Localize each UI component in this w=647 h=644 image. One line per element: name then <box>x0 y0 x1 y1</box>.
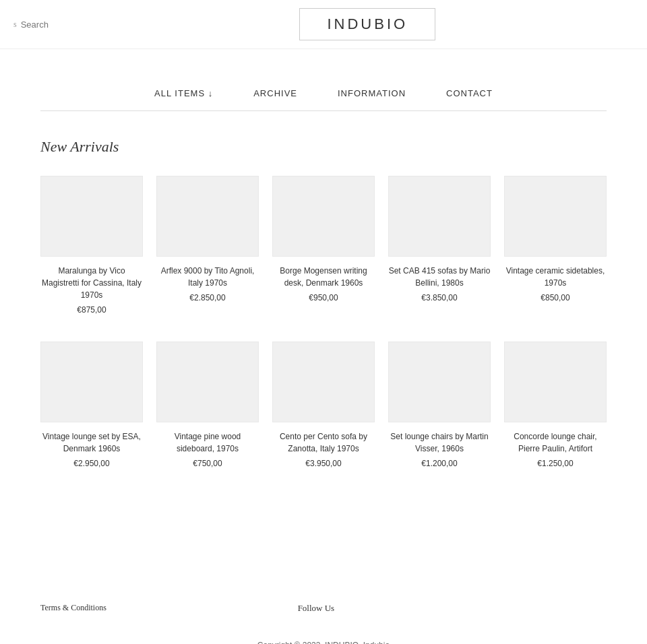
product-name-3: Borge Mogensen writing desk, Denmark 196… <box>272 265 375 289</box>
product-price-7: €750,00 <box>156 459 259 468</box>
product-price-5: €850,00 <box>504 293 607 302</box>
product-image-9 <box>388 342 491 422</box>
product-name-6: Vintage lounge set by ESA, Denmark 1960s <box>40 430 143 455</box>
products-row-1: Maralunga by Vico Magistretti for Cassin… <box>40 176 607 315</box>
product-card-8[interactable]: Cento per Cento sofa by Zanotta, Italy 1… <box>272 342 375 468</box>
product-card-7[interactable]: Vintage pine wood sideboard, 1970s €750,… <box>156 342 259 468</box>
top-bar: s INDUBIO <box>0 0 647 49</box>
product-image-8 <box>272 342 375 422</box>
product-price-3: €950,00 <box>272 293 375 302</box>
terms-conditions[interactable]: Terms & Conditions <box>40 603 106 613</box>
product-name-9: Set lounge chairs by Martin Visser, 1960… <box>388 430 491 455</box>
product-card-3[interactable]: Borge Mogensen writing desk, Denmark 196… <box>272 176 375 315</box>
product-price-6: €2.950,00 <box>40 459 143 468</box>
product-name-7: Vintage pine wood sideboard, 1970s <box>156 430 259 455</box>
product-card-9[interactable]: Set lounge chairs by Martin Visser, 1960… <box>388 342 491 468</box>
product-price-1: €875,00 <box>40 305 143 315</box>
product-price-10: €1.250,00 <box>504 459 607 468</box>
product-image-7 <box>156 342 259 422</box>
nav-all-items[interactable]: ALL ITEMS ↓ <box>154 88 213 98</box>
product-card-5[interactable]: Vintage ceramic sidetables, 1970s €850,0… <box>504 176 607 315</box>
product-image-2 <box>156 176 259 257</box>
products-row-2: Vintage lounge set by ESA, Denmark 1960s… <box>40 342 607 468</box>
product-image-3 <box>272 176 375 257</box>
search-area: s <box>13 20 102 30</box>
product-image-10 <box>504 342 607 422</box>
copyright: Copyright © 2023, INDUBIO. Indubio <box>0 627 647 644</box>
product-image-5 <box>504 176 607 257</box>
product-name-2: Arflex 9000 by Tito Agnoli, Italy 1970s <box>156 265 259 289</box>
search-input[interactable] <box>21 20 102 30</box>
search-icon: s <box>13 20 17 30</box>
main-content: New Arrivals Maralunga by Vico Magistret… <box>0 111 647 522</box>
logo[interactable]: INDUBIO <box>299 8 435 40</box>
nav-archive[interactable]: ARCHIVE <box>253 88 297 98</box>
product-name-1: Maralunga by Vico Magistretti for Cassin… <box>40 265 143 301</box>
product-image-1 <box>40 176 143 257</box>
product-price-4: €3.850,00 <box>388 293 491 302</box>
product-name-8: Cento per Cento sofa by Zanotta, Italy 1… <box>272 430 375 455</box>
follow-us: Follow Us <box>298 603 335 614</box>
footer: Terms & Conditions Follow Us <box>0 576 647 627</box>
product-price-2: €2.850,00 <box>156 293 259 302</box>
product-name-5: Vintage ceramic sidetables, 1970s <box>504 265 607 289</box>
spacer <box>0 522 647 576</box>
product-image-4 <box>388 176 491 257</box>
nav-information[interactable]: INFORMATION <box>338 88 406 98</box>
product-card-2[interactable]: Arflex 9000 by Tito Agnoli, Italy 1970s … <box>156 176 259 315</box>
product-price-9: €1.200,00 <box>388 459 491 468</box>
nav-contact[interactable]: CONTACT <box>446 88 493 98</box>
product-name-10: Concorde lounge chair, Pierre Paulin, Ar… <box>504 430 607 455</box>
product-name-4: Set CAB 415 sofas by Mario Bellini, 1980… <box>388 265 491 289</box>
product-price-8: €3.950,00 <box>272 459 375 468</box>
section-title: New Arrivals <box>40 138 607 156</box>
product-card-4[interactable]: Set CAB 415 sofas by Mario Bellini, 1980… <box>388 176 491 315</box>
navigation: ALL ITEMS ↓ ARCHIVE INFORMATION CONTACT <box>40 76 607 111</box>
product-card-6[interactable]: Vintage lounge set by ESA, Denmark 1960s… <box>40 342 143 468</box>
product-image-6 <box>40 342 143 422</box>
product-card-10[interactable]: Concorde lounge chair, Pierre Paulin, Ar… <box>504 342 607 468</box>
product-card-1[interactable]: Maralunga by Vico Magistretti for Cassin… <box>40 176 143 315</box>
logo-container: INDUBIO <box>102 8 634 40</box>
